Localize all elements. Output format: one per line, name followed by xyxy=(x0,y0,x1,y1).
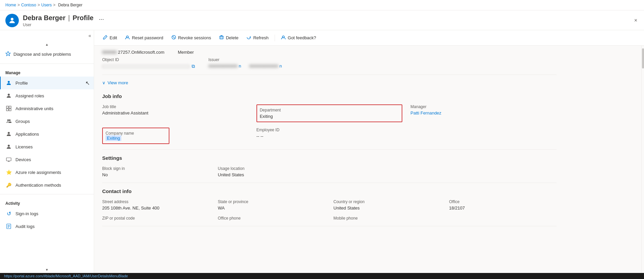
sidebar-item-sign-in-logs[interactable]: ↺ Sign-in logs xyxy=(0,207,94,220)
refresh-icon xyxy=(246,35,251,41)
licenses-label: Licenses xyxy=(15,144,33,149)
settings-section: Settings Block sign in No Usage location… xyxy=(102,150,557,183)
sign-in-logs-label: Sign-in logs xyxy=(15,211,38,216)
sidebar-item-groups[interactable]: Groups xyxy=(0,115,94,128)
feedback-button[interactable]: Got feedback? xyxy=(278,33,320,43)
svg-point-1 xyxy=(8,81,10,83)
sidebar-item-auth-methods[interactable]: 🔑 Authentication methods xyxy=(0,179,94,191)
diagnose-button[interactable]: Diagnose and solve problems xyxy=(0,48,94,61)
sign-in-logs-icon: ↺ xyxy=(5,210,12,217)
devices-icon xyxy=(5,156,12,163)
office-label: Office xyxy=(449,199,557,204)
view-more-button[interactable]: ∨ View more xyxy=(102,78,557,88)
employee-id-label: Employee ID xyxy=(256,128,403,132)
zip-field: ZIP or postal code xyxy=(102,216,210,221)
applications-icon xyxy=(5,131,12,137)
manager-value[interactable]: Patti Fernandez xyxy=(410,110,557,115)
auth-methods-icon: 🔑 xyxy=(5,182,12,188)
sidebar-item-assigned-roles[interactable]: Assigned roles xyxy=(0,89,94,102)
department-value: Exiting xyxy=(260,114,399,119)
breadcrumb-users[interactable]: Users xyxy=(41,3,52,7)
assigned-roles-icon xyxy=(5,92,12,99)
job-title-field: Job title Administrative Assistant xyxy=(102,104,248,122)
refresh-button[interactable]: Refresh xyxy=(243,33,272,43)
diagnose-label: Diagnose and solve problems xyxy=(13,52,71,57)
street-address-field: Street address 205 108th Ave. NE, Suite … xyxy=(102,199,210,211)
title-separator: | xyxy=(68,14,70,22)
manager-label: Manager xyxy=(410,104,557,109)
breadcrumb-contoso[interactable]: Contoso xyxy=(21,3,36,7)
sidebar-item-admin-units[interactable]: Administrative units xyxy=(0,102,94,115)
block-sign-in-value: No xyxy=(102,172,210,177)
breadcrumb-home[interactable]: Home xyxy=(5,3,16,7)
sidebar-collapse: « xyxy=(0,30,94,41)
usage-location-label: Usage location xyxy=(218,166,325,171)
svg-rect-3 xyxy=(6,106,8,108)
revoke-sessions-button[interactable]: Revoke sessions xyxy=(168,33,214,43)
sidebar: « ▲ Diagnose and solve problems Manage P… xyxy=(0,30,94,273)
office-phone-label: Office phone xyxy=(218,216,325,221)
job-title-label: Job title xyxy=(102,104,248,109)
admin-units-icon xyxy=(5,105,12,112)
block-sign-in-field: Block sign in No xyxy=(102,166,210,177)
company-name-label: Company name xyxy=(106,131,166,136)
breadcrumb-current: Debra Berger xyxy=(58,3,82,7)
groups-icon xyxy=(5,118,12,125)
groups-label: Groups xyxy=(15,119,30,124)
page-title: Profile xyxy=(73,14,93,22)
block-sign-in-label: Block sign in xyxy=(102,166,210,171)
department-label: Department xyxy=(260,108,399,112)
manage-section-label: Manage xyxy=(0,66,94,77)
svg-rect-4 xyxy=(9,106,11,108)
sidebar-item-licenses[interactable]: Licenses xyxy=(0,140,94,153)
close-button[interactable]: × xyxy=(633,16,639,25)
svg-rect-5 xyxy=(6,109,8,111)
member-value: Member xyxy=(178,50,194,55)
user-header: Debra Berger | Profile ... User × xyxy=(0,10,644,30)
usage-location-value: United States xyxy=(218,172,325,177)
user-title-block: Debra Berger | Profile ... User xyxy=(23,14,104,27)
copy-object-id-button[interactable]: ⧉ xyxy=(192,63,195,69)
svg-line-20 xyxy=(173,36,175,38)
edit-button[interactable]: Edit xyxy=(99,33,120,43)
status-bar: https://portal.azure.com/#blade/Microsof… xyxy=(0,273,644,279)
office-field: Office 18/2107 xyxy=(449,199,557,211)
mobile-phone-label: Mobile phone xyxy=(333,216,441,221)
country-field: Country or region United States xyxy=(333,199,441,211)
reset-password-button[interactable]: Reset password xyxy=(122,33,166,43)
sidebar-item-devices[interactable]: Devices xyxy=(0,153,94,166)
reset-password-icon xyxy=(125,35,130,41)
job-info-section: Job info Job title Administrative Assist… xyxy=(102,88,557,150)
usage-location-field: Usage location United States xyxy=(218,166,325,177)
svg-point-2 xyxy=(8,94,10,96)
more-options-button[interactable]: ... xyxy=(99,14,104,21)
sidebar-item-azure-role[interactable]: ⭐ Azure role assignments xyxy=(0,166,94,179)
svg-rect-6 xyxy=(9,109,11,111)
delete-button[interactable]: Delete xyxy=(216,33,242,43)
feedback-icon xyxy=(281,35,286,41)
activity-section-label: Activity xyxy=(0,197,94,207)
admin-units-label: Administrative units xyxy=(15,106,53,111)
state-value: WA xyxy=(218,205,325,211)
settings-title: Settings xyxy=(102,155,557,161)
right-scrollbar[interactable] xyxy=(641,46,644,273)
company-name-field: Company name Exiting xyxy=(102,128,169,144)
edit-icon xyxy=(103,35,108,41)
company-name-value: Exiting xyxy=(106,136,166,141)
applications-label: Applications xyxy=(15,132,39,137)
svg-point-7 xyxy=(7,120,9,121)
cursor-indicator: ↖ xyxy=(85,80,90,86)
department-field: Department Exiting xyxy=(256,104,403,122)
object-id-input[interactable] xyxy=(102,65,190,68)
contact-info-section: Contact info Street address 205 108th Av… xyxy=(102,183,557,226)
status-url[interactable]: https://portal.azure.com/#blade/Microsof… xyxy=(4,274,128,278)
sidebar-item-profile[interactable]: Profile ↖ xyxy=(0,77,94,89)
assigned-roles-label: Assigned roles xyxy=(15,93,44,98)
manager-field: Manager Patti Fernandez xyxy=(410,104,557,122)
collapse-button[interactable]: « xyxy=(88,33,91,38)
sidebar-item-audit-logs[interactable]: Audit logs xyxy=(0,220,94,233)
content-area: IIIIIIIIIIII 27257.OnMicrosoft.com Membe… xyxy=(94,46,641,273)
sidebar-item-applications[interactable]: Applications xyxy=(0,128,94,140)
scrollbar-thumb[interactable] xyxy=(642,48,644,68)
svg-point-0 xyxy=(11,18,13,20)
